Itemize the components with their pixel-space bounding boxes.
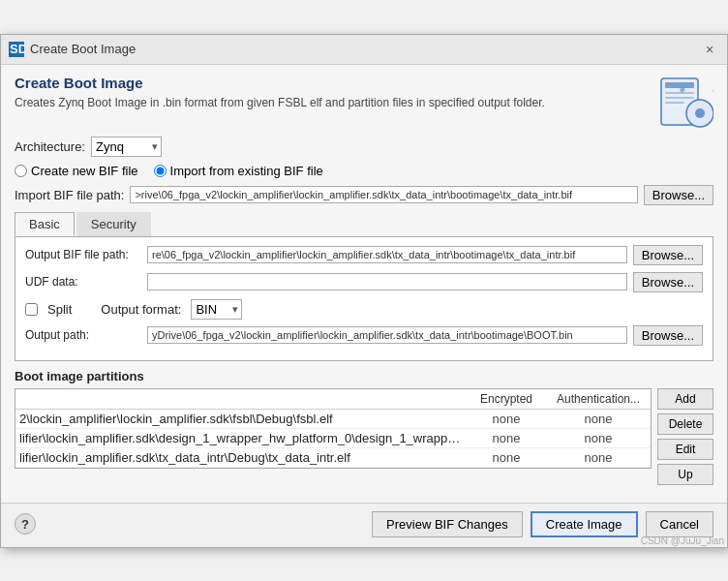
dialog-main-title: Create Boot Image <box>15 75 650 91</box>
output-format-label: Output format: <box>101 302 181 317</box>
create-image-button[interactable]: Create Image <box>531 511 638 537</box>
create-boot-image-dialog: SDK Create Boot Image × Create Boot Imag… <box>0 34 728 548</box>
edit-partition-button[interactable]: Edit <box>657 439 713 460</box>
output-path-input[interactable] <box>147 326 627 344</box>
partition-path-1: lifier\lockin_amplifier.sdk\design_1_wra… <box>19 431 463 445</box>
output-format-select[interactable]: BIN MCS <box>191 299 242 320</box>
svg-point-8 <box>695 108 705 118</box>
architecture-select[interactable]: Zynq ZynqMP <box>91 137 162 157</box>
title-bar-left: SDK Create Boot Image <box>9 42 136 57</box>
table-row[interactable]: lifier\lockin_amplifier.sdk\design_1_wra… <box>15 429 651 448</box>
partition-encrypted-2: none <box>463 450 550 465</box>
partitions-container: Encrypted Authentication... 2\lockin_amp… <box>15 388 713 485</box>
svg-text:SDK: SDK <box>10 42 24 56</box>
col-path-header <box>19 391 463 407</box>
import-bif-path-input[interactable] <box>130 186 637 203</box>
col-encrypted-header: Encrypted <box>463 391 550 407</box>
svg-rect-6 <box>665 102 684 104</box>
bif-file-radio-group: Create new BIF file Import from existing… <box>15 164 713 178</box>
watermark: CSDN @JuJu_Jian <box>641 535 724 546</box>
partition-encrypted-0: none <box>463 412 550 426</box>
dialog-header: Create Boot Image Creates Zynq Boot Imag… <box>15 75 713 129</box>
output-path-browse-button[interactable]: Browse... <box>633 325 703 346</box>
col-auth-header: Authentication... <box>550 391 647 407</box>
help-button[interactable]: ? <box>15 513 36 535</box>
dialog-description: Creates Zynq Boot Image in .bin format f… <box>15 95 650 111</box>
title-bar: SDK Create Boot Image × <box>1 35 727 65</box>
tab-bar: Basic Security <box>15 212 713 237</box>
split-checkbox[interactable] <box>25 303 38 316</box>
tab-content-basic: Output BIF file path: Browse... UDF data… <box>15 237 713 361</box>
partition-path-0: 2\lockin_amplifier\lockin_amplifier.sdk\… <box>19 412 463 426</box>
footer-left: ? <box>15 513 36 535</box>
svg-rect-4 <box>665 92 694 94</box>
udf-data-label: UDF data: <box>25 275 141 289</box>
cancel-button[interactable]: Cancel <box>646 511 713 537</box>
partitions-table: Encrypted Authentication... 2\lockin_amp… <box>15 388 652 469</box>
udf-data-input[interactable] <box>147 273 627 290</box>
partition-auth-2: none <box>550 450 647 465</box>
dialog-footer: ? Preview BIF Changes Create Image Cance… <box>1 503 727 547</box>
dialog-header-text: Create Boot Image Creates Zynq Boot Imag… <box>15 75 650 111</box>
table-row[interactable]: lifier\lockin_amplifier.sdk\tx_data_intr… <box>15 448 651 468</box>
boot-image-partitions-section: Boot image partitions Encrypted Authenti… <box>15 369 713 485</box>
import-existing-bif-radio[interactable]: Import from existing BIF file <box>154 164 323 178</box>
output-bif-browse-button[interactable]: Browse... <box>633 245 703 265</box>
partition-buttons: Add Delete Edit Up <box>657 388 713 485</box>
architecture-row: Architecture: Zynq ZynqMP <box>15 137 713 157</box>
import-bif-path-label: Import BIF file path: <box>15 188 124 202</box>
udf-data-browse-button[interactable]: Browse... <box>633 272 703 292</box>
close-button[interactable]: × <box>700 40 719 59</box>
partition-path-2: lifier\lockin_amplifier.sdk\tx_data_intr… <box>19 450 463 465</box>
output-path-label: Output path: <box>25 328 141 342</box>
partition-encrypted-1: none <box>463 431 550 445</box>
split-format-row: Split Output format: BIN MCS <box>25 299 703 320</box>
svg-rect-3 <box>665 82 694 88</box>
import-bif-browse-button[interactable]: Browse... <box>644 185 713 205</box>
udf-data-row: UDF data: Browse... <box>25 272 703 292</box>
architecture-select-wrapper: Zynq ZynqMP <box>91 137 162 157</box>
tab-basic[interactable]: Basic <box>15 212 75 236</box>
footer-right: Preview BIF Changes Create Image Cancel <box>372 511 713 537</box>
svg-rect-5 <box>665 97 694 99</box>
add-partition-button[interactable]: Add <box>657 388 713 410</box>
boot-image-icon <box>659 75 713 129</box>
svg-rect-10 <box>713 88 713 94</box>
dialog-body: Create Boot Image Creates Zynq Boot Imag… <box>1 65 727 503</box>
output-bif-path-input[interactable] <box>147 246 627 263</box>
title-bar-title: Create Boot Image <box>30 42 136 56</box>
sdk-icon: SDK <box>9 42 24 57</box>
output-path-row: Output path: Browse... <box>25 325 703 346</box>
create-new-bif-radio[interactable]: Create new BIF file <box>15 164 138 178</box>
split-label: Split <box>47 302 72 317</box>
partition-auth-0: none <box>550 412 647 426</box>
output-bif-path-label: Output BIF file path: <box>25 248 141 261</box>
partition-auth-1: none <box>550 431 647 445</box>
output-bif-path-row: Output BIF file path: Browse... <box>25 245 703 265</box>
output-format-select-wrapper: BIN MCS <box>191 299 242 320</box>
architecture-label: Architecture: <box>15 139 85 154</box>
table-row[interactable]: 2\lockin_amplifier\lockin_amplifier.sdk\… <box>15 410 651 429</box>
up-partition-button[interactable]: Up <box>657 464 713 485</box>
import-bif-path-row: Import BIF file path: Browse... <box>15 185 713 205</box>
partitions-section-title: Boot image partitions <box>15 369 713 383</box>
partitions-header: Encrypted Authentication... <box>15 389 651 410</box>
preview-bif-changes-button[interactable]: Preview BIF Changes <box>372 511 523 537</box>
tabs-container: Basic Security Output BIF file path: Bro… <box>15 212 713 361</box>
tab-security[interactable]: Security <box>76 212 151 236</box>
delete-partition-button[interactable]: Delete <box>657 413 713 435</box>
